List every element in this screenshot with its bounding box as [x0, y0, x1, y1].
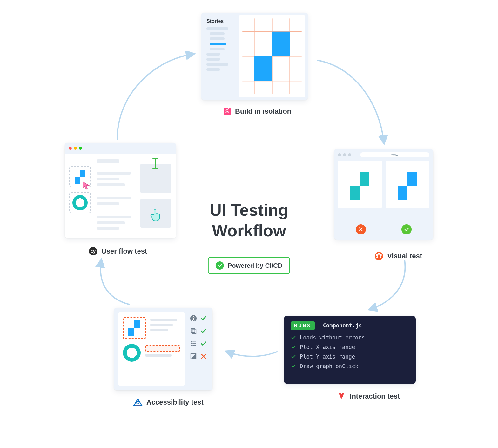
placeholder-line — [210, 48, 225, 50]
title-line-2: Workflow — [182, 221, 316, 241]
pointer-hand-icon — [150, 208, 161, 223]
diagram-title: UI Testing Workflow — [182, 200, 316, 241]
address-bar: www — [360, 152, 429, 157]
a11y-label-text: Accessibility test — [146, 398, 204, 406]
browser-chrome: www — [338, 152, 429, 157]
check-text: Draw graph onClick — [300, 363, 358, 369]
placeholder-line — [97, 197, 131, 199]
pass-status-icon — [401, 224, 412, 234]
svg-point-17 — [343, 393, 343, 394]
list-icon — [190, 340, 197, 348]
arrow-cursor-icon — [82, 181, 91, 192]
contrast-icon — [190, 353, 197, 361]
window-titlebar — [65, 143, 176, 154]
placeholder-line — [97, 172, 131, 175]
component-thumb — [69, 166, 91, 187]
interaction-step-label: Interaction test — [337, 392, 400, 401]
isolation-canvas — [239, 15, 305, 97]
component-shape-icon — [254, 32, 290, 81]
svg-point-13 — [376, 254, 378, 256]
svg-text:S: S — [225, 109, 229, 114]
accessibility-icon — [190, 315, 197, 323]
arrow-a11y-to-uflow — [92, 257, 136, 308]
check-icon — [200, 315, 207, 323]
donut-chart-icon — [72, 195, 88, 210]
a11y-results — [189, 312, 208, 386]
active-story-line — [210, 43, 226, 45]
cross-icon — [200, 353, 207, 361]
visual-status-row — [338, 224, 429, 234]
text-cursor-icon — [151, 157, 159, 171]
check-icon — [200, 327, 207, 336]
svg-point-10 — [380, 254, 382, 256]
isolation-panel-title: Stories — [206, 18, 234, 24]
interaction-check-item: Plot Y axis range — [291, 353, 409, 360]
window-controls-icon — [338, 153, 351, 156]
interaction-check-item: Plot X axis range — [291, 344, 409, 350]
check-circle-icon — [216, 261, 224, 270]
visual-baseline — [338, 161, 382, 208]
placeholder-line — [210, 37, 225, 40]
a11y-card — [114, 308, 212, 390]
svg-point-12 — [376, 256, 378, 258]
placeholder-line — [145, 354, 172, 357]
a11y-result-row — [190, 315, 207, 323]
chromatic-icon — [374, 252, 383, 260]
layers-icon — [190, 327, 197, 336]
svg-point-22 — [191, 342, 192, 342]
isolation-sidebar: Stories — [204, 15, 236, 97]
workflow-diagram: UI Testing Workflow Powered by CI/CD Sto… — [65, 13, 433, 425]
placeholder-line — [97, 183, 125, 186]
placeholder-line — [150, 329, 168, 331]
isolation-card: Stories — [201, 13, 308, 100]
title-line-1: UI Testing — [182, 200, 316, 221]
svg-point-24 — [191, 343, 192, 344]
interaction-check-list: Loads without errors Plot X axis range P… — [291, 334, 409, 369]
a11y-highlight-pill — [145, 345, 180, 352]
testing-library-icon — [337, 392, 346, 401]
placeholder-line — [97, 227, 119, 230]
interaction-filename: Component.js — [323, 322, 362, 329]
svg-point-29 — [137, 401, 139, 404]
uflow-card — [65, 143, 176, 238]
visual-candidate — [386, 161, 429, 208]
placeholder-line — [97, 202, 119, 205]
interaction-check-item: Loads without errors — [291, 334, 409, 341]
visual-test-card: www — [334, 149, 433, 240]
interaction-label-text: Interaction test — [350, 392, 400, 400]
placeholder-line — [206, 53, 220, 56]
a11y-preview — [118, 312, 185, 386]
placeholder-line — [97, 178, 119, 180]
svg-point-19 — [193, 316, 194, 317]
arrow-isolation-to-visual — [316, 57, 392, 152]
visual-step-label: Visual test — [374, 252, 422, 260]
visual-label-text: Visual test — [387, 252, 422, 260]
arrow-visual-to-interaction — [363, 257, 414, 314]
check-text: Plot Y axis range — [300, 353, 355, 360]
placeholder-line — [97, 216, 131, 218]
svg-rect-20 — [191, 329, 195, 333]
svg-point-11 — [380, 256, 381, 258]
placeholder-line — [206, 68, 220, 71]
ci-cd-label: Powered by CI/CD — [228, 262, 282, 269]
a11y-step-label: Accessibility test — [133, 398, 204, 406]
target-box — [140, 164, 171, 193]
check-text: Loads without errors — [300, 334, 365, 341]
placeholder-line — [206, 27, 228, 30]
check-icon — [200, 340, 207, 348]
svg-point-26 — [191, 345, 192, 346]
component-thumb — [69, 192, 91, 213]
a11y-result-row — [190, 353, 207, 361]
isolation-label-text: Build in isolation — [235, 107, 291, 115]
interaction-card: RUNS Component.js Loads without errors P… — [284, 316, 416, 384]
placeholder-line — [206, 58, 220, 61]
uflow-step-label: cy User flow test — [89, 247, 147, 256]
check-text: Plot X axis range — [300, 344, 355, 350]
a11y-result-row — [190, 340, 207, 348]
target-box — [140, 199, 171, 228]
a11y-highlight-box — [123, 317, 146, 339]
a11y-result-row — [190, 327, 207, 336]
placeholder-line — [210, 32, 225, 35]
placeholder-line — [206, 63, 228, 66]
storybook-icon: S — [223, 107, 231, 115]
